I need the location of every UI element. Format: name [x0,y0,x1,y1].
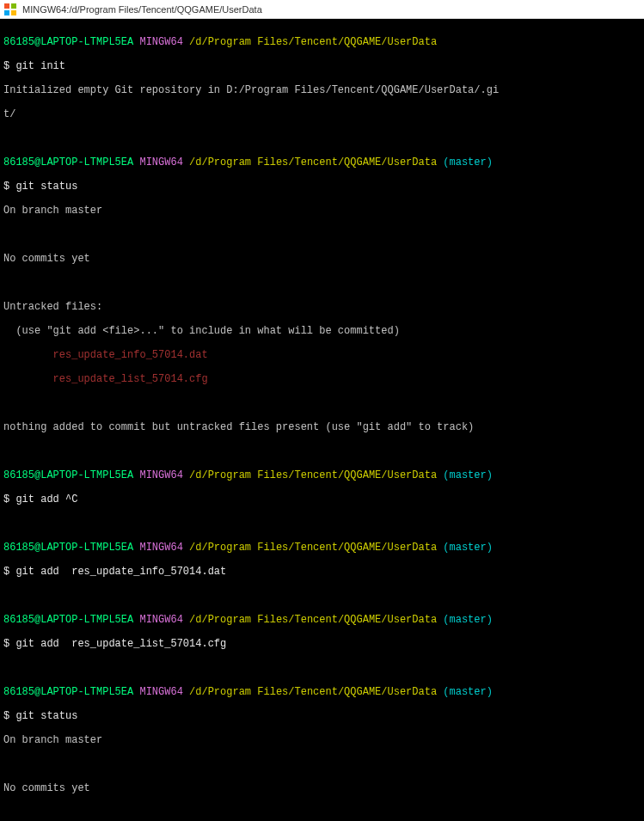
prompt-user: 86185@LAPTOP-LTMPL5EA [3,469,133,481]
output-line: $ git add res_update_list_57014.cfg [3,638,641,650]
prompt-user: 86185@LAPTOP-LTMPL5EA [3,36,133,48]
prompt-branch: (master) [443,686,493,698]
output-line [3,229,641,241]
output-line: $ git add res_update_info_57014.dat [3,566,641,578]
prompt-line: 86185@LAPTOP-LTMPL5EA MINGW64 /d/Program… [3,36,641,48]
prompt-line: 86185@LAPTOP-LTMPL5EA MINGW64 /d/Program… [3,542,641,554]
output-line [3,662,641,674]
prompt-mingw: MINGW64 [139,469,182,481]
prompt-mingw: MINGW64 [139,36,182,48]
prompt-line: 86185@LAPTOP-LTMPL5EA MINGW64 /d/Program… [3,686,641,698]
prompt-line: 86185@LAPTOP-LTMPL5EA MINGW64 /d/Program… [3,469,641,481]
output-line [3,758,641,770]
prompt-branch: (master) [443,156,493,168]
prompt-line: 86185@LAPTOP-LTMPL5EA MINGW64 /d/Program… [3,156,641,168]
output-line: $ git add ^C [3,493,641,505]
output-line [3,277,641,289]
prompt-mingw: MINGW64 [139,542,182,554]
output-line: nothing added to commit but untracked fi… [3,421,641,433]
prompt-path: /d/Program Files/Tencent/QQGAME/UserData [189,542,437,554]
output-line: res_update_list_57014.cfg [3,373,641,385]
prompt-mingw: MINGW64 [139,156,182,168]
svg-rect-3 [11,10,16,15]
svg-rect-2 [4,10,9,15]
window-title: MINGW64:/d/Program Files/Tencent/QQGAME/… [22,4,262,15]
prompt-mingw: MINGW64 [139,614,182,626]
output-line [3,445,641,457]
output-line: No commits yet [3,253,641,265]
output-line: $ git status [3,181,641,193]
app-icon [3,3,17,16]
prompt-path: /d/Program Files/Tencent/QQGAME/UserData [189,614,437,626]
prompt-user: 86185@LAPTOP-LTMPL5EA [3,542,133,554]
terminal-output[interactable]: 86185@LAPTOP-LTMPL5EA MINGW64 /d/Program… [0,19,644,821]
svg-rect-1 [11,3,16,9]
output-line: Untracked files: [3,301,641,313]
prompt-branch: (master) [443,542,493,554]
output-line: res_update_info_57014.dat [3,349,641,361]
output-line: (use "git add <file>..." to include in w… [3,325,641,337]
prompt-path: /d/Program Files/Tencent/QQGAME/UserData [189,686,437,698]
prompt-line: 86185@LAPTOP-LTMPL5EA MINGW64 /d/Program… [3,614,641,626]
prompt-user: 86185@LAPTOP-LTMPL5EA [3,156,133,168]
output-line: $ git init [3,60,641,72]
prompt-mingw: MINGW64 [139,686,182,698]
output-line [3,132,641,144]
output-line [3,590,641,602]
output-line [3,397,641,409]
svg-rect-0 [4,3,9,9]
prompt-path: /d/Program Files/Tencent/QQGAME/UserData [189,469,437,481]
output-line: t/ [3,108,641,120]
titlebar[interactable]: MINGW64:/d/Program Files/Tencent/QQGAME/… [0,0,644,19]
output-line [3,806,641,818]
prompt-path: /d/Program Files/Tencent/QQGAME/UserData [189,36,437,48]
prompt-branch: (master) [443,469,493,481]
prompt-user: 86185@LAPTOP-LTMPL5EA [3,686,133,698]
output-line [3,518,641,530]
prompt-user: 86185@LAPTOP-LTMPL5EA [3,614,133,626]
output-line: No commits yet [3,782,641,794]
output-line: On branch master [3,734,641,746]
prompt-path: /d/Program Files/Tencent/QQGAME/UserData [189,156,437,168]
output-line: $ git status [3,710,641,722]
output-line: Initialized empty Git repository in D:/P… [3,84,641,96]
prompt-branch: (master) [443,614,493,626]
output-line: On branch master [3,205,641,217]
